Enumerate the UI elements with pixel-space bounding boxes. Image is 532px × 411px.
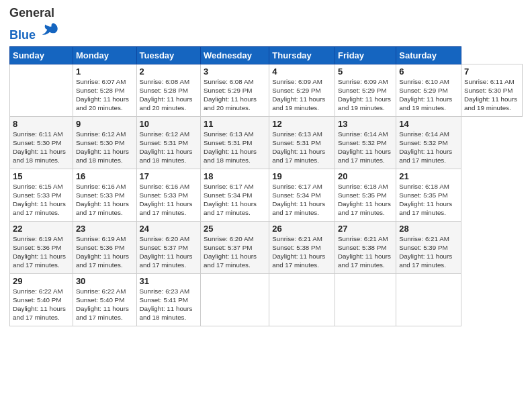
day-cell: 7Sunrise: 6:11 AMSunset: 5:30 PMDaylight… (461, 64, 523, 116)
day-info: Sunrise: 6:14 AMSunset: 5:32 PMDaylight:… (399, 130, 458, 165)
day-number: 28 (399, 224, 458, 234)
day-info: Sunrise: 6:22 AMSunset: 5:40 PMDaylight:… (13, 287, 70, 322)
day-cell: 27Sunrise: 6:21 AMSunset: 5:38 PMDayligh… (335, 221, 396, 273)
day-number: 9 (76, 119, 134, 129)
day-info: Sunrise: 6:21 AMSunset: 5:39 PMDaylight:… (399, 234, 458, 270)
day-cell: 16Sunrise: 6:16 AMSunset: 5:33 PMDayligh… (73, 169, 136, 221)
day-cell: 3Sunrise: 6:08 AMSunset: 5:29 PMDaylight… (201, 64, 269, 116)
day-info: Sunrise: 6:18 AMSunset: 5:35 PMDaylight:… (399, 182, 458, 218)
day-cell: 5Sunrise: 6:09 AMSunset: 5:29 PMDaylight… (335, 64, 396, 116)
day-info: Sunrise: 6:12 AMSunset: 5:31 PMDaylight:… (140, 130, 198, 165)
day-number: 11 (204, 119, 266, 129)
day-info: Sunrise: 6:17 AMSunset: 5:34 PMDaylight:… (204, 182, 266, 218)
col-header-monday: Monday (73, 46, 136, 64)
day-cell: 29Sunrise: 6:22 AMSunset: 5:40 PMDayligh… (10, 273, 73, 326)
calendar-table: SundayMondayTuesdayWednesdayThursdayFrid… (9, 46, 523, 326)
week-row-5: 29Sunrise: 6:22 AMSunset: 5:40 PMDayligh… (10, 273, 523, 326)
calendar-thead: SundayMondayTuesdayWednesdayThursdayFrid… (10, 46, 523, 64)
day-number: 18 (204, 171, 266, 181)
day-number: 17 (140, 171, 198, 181)
day-cell: 21Sunrise: 6:18 AMSunset: 5:35 PMDayligh… (396, 169, 461, 221)
day-number: 30 (76, 276, 134, 286)
day-info: Sunrise: 6:20 AMSunset: 5:37 PMDaylight:… (204, 234, 266, 270)
day-info: Sunrise: 6:09 AMSunset: 5:29 PMDaylight:… (272, 77, 332, 113)
day-info: Sunrise: 6:22 AMSunset: 5:40 PMDaylight:… (76, 287, 134, 322)
day-cell: 25Sunrise: 6:20 AMSunset: 5:37 PMDayligh… (201, 221, 269, 273)
day-info: Sunrise: 6:11 AMSunset: 5:30 PMDaylight:… (13, 130, 70, 165)
day-cell: 6Sunrise: 6:10 AMSunset: 5:29 PMDaylight… (396, 64, 461, 116)
day-info: Sunrise: 6:16 AMSunset: 5:33 PMDaylight:… (76, 182, 134, 218)
day-number: 29 (13, 276, 70, 286)
day-cell: 11Sunrise: 6:13 AMSunset: 5:31 PMDayligh… (201, 116, 269, 169)
day-number: 14 (399, 119, 458, 129)
day-info: Sunrise: 6:12 AMSunset: 5:30 PMDaylight:… (76, 130, 134, 165)
day-number: 2 (140, 66, 198, 77)
day-info: Sunrise: 6:23 AMSunset: 5:41 PMDaylight:… (140, 287, 198, 322)
day-cell: 9Sunrise: 6:12 AMSunset: 5:30 PMDaylight… (73, 116, 136, 169)
day-number: 15 (13, 171, 70, 181)
day-cell: 10Sunrise: 6:12 AMSunset: 5:31 PMDayligh… (136, 116, 201, 169)
day-number: 22 (13, 224, 70, 234)
col-header-thursday: Thursday (269, 46, 335, 64)
day-number: 8 (13, 119, 70, 129)
logo: General Blue (9, 7, 59, 42)
col-header-sunday: Sunday (10, 46, 73, 64)
day-number: 21 (399, 171, 458, 181)
day-number: 10 (140, 119, 198, 129)
day-cell: 13Sunrise: 6:14 AMSunset: 5:32 PMDayligh… (335, 116, 396, 169)
day-number: 6 (399, 66, 458, 77)
day-cell (396, 273, 461, 326)
day-cell (10, 64, 73, 116)
day-cell: 20Sunrise: 6:18 AMSunset: 5:35 PMDayligh… (335, 169, 396, 221)
logo-blue-text: Blue (9, 28, 36, 42)
col-header-friday: Friday (335, 46, 396, 64)
day-number: 1 (76, 66, 134, 77)
day-number: 12 (272, 119, 332, 129)
day-cell: 24Sunrise: 6:20 AMSunset: 5:37 PMDayligh… (136, 221, 201, 273)
day-cell: 26Sunrise: 6:21 AMSunset: 5:38 PMDayligh… (269, 221, 335, 273)
week-row-4: 22Sunrise: 6:19 AMSunset: 5:36 PMDayligh… (10, 221, 523, 273)
day-cell (335, 273, 396, 326)
day-info: Sunrise: 6:09 AMSunset: 5:29 PMDaylight:… (338, 77, 393, 113)
day-cell: 22Sunrise: 6:19 AMSunset: 5:36 PMDayligh… (10, 221, 73, 273)
day-cell (201, 273, 269, 326)
logo-bird-icon (40, 20, 59, 39)
day-cell: 18Sunrise: 6:17 AMSunset: 5:34 PMDayligh… (201, 169, 269, 221)
day-cell: 12Sunrise: 6:13 AMSunset: 5:31 PMDayligh… (269, 116, 335, 169)
logo-general-text: General (9, 6, 54, 19)
day-info: Sunrise: 6:07 AMSunset: 5:28 PMDaylight:… (76, 77, 134, 113)
day-cell: 1Sunrise: 6:07 AMSunset: 5:28 PMDaylight… (73, 64, 136, 116)
day-number: 26 (272, 224, 332, 234)
day-cell: 28Sunrise: 6:21 AMSunset: 5:39 PMDayligh… (396, 221, 461, 273)
day-cell: 23Sunrise: 6:19 AMSunset: 5:36 PMDayligh… (73, 221, 136, 273)
header-row-days: SundayMondayTuesdayWednesdayThursdayFrid… (10, 46, 523, 64)
col-header-saturday: Saturday (396, 46, 461, 64)
day-cell: 4Sunrise: 6:09 AMSunset: 5:29 PMDaylight… (269, 64, 335, 116)
day-info: Sunrise: 6:08 AMSunset: 5:29 PMDaylight:… (204, 77, 266, 113)
day-info: Sunrise: 6:19 AMSunset: 5:36 PMDaylight:… (13, 234, 70, 270)
day-info: Sunrise: 6:19 AMSunset: 5:36 PMDaylight:… (76, 234, 134, 270)
day-cell: 15Sunrise: 6:15 AMSunset: 5:33 PMDayligh… (10, 169, 73, 221)
day-number: 5 (338, 66, 393, 77)
day-number: 3 (204, 66, 266, 77)
day-number: 20 (338, 171, 393, 181)
day-number: 19 (272, 171, 332, 181)
day-number: 4 (272, 66, 332, 77)
day-info: Sunrise: 6:10 AMSunset: 5:29 PMDaylight:… (399, 77, 458, 113)
calendar-container: General Blue SundayMondayTuesdayWednesda… (0, 0, 532, 332)
day-info: Sunrise: 6:14 AMSunset: 5:32 PMDaylight:… (338, 130, 393, 165)
week-row-2: 8Sunrise: 6:11 AMSunset: 5:30 PMDaylight… (10, 116, 523, 169)
day-number: 16 (76, 171, 134, 181)
week-row-3: 15Sunrise: 6:15 AMSunset: 5:33 PMDayligh… (10, 169, 523, 221)
col-header-tuesday: Tuesday (136, 46, 201, 64)
day-info: Sunrise: 6:21 AMSunset: 5:38 PMDaylight:… (272, 234, 332, 270)
day-cell: 2Sunrise: 6:08 AMSunset: 5:28 PMDaylight… (136, 64, 201, 116)
day-info: Sunrise: 6:18 AMSunset: 5:35 PMDaylight:… (338, 182, 393, 218)
day-cell (269, 273, 335, 326)
day-info: Sunrise: 6:16 AMSunset: 5:33 PMDaylight:… (140, 182, 198, 218)
day-info: Sunrise: 6:13 AMSunset: 5:31 PMDaylight:… (204, 130, 266, 165)
day-cell: 14Sunrise: 6:14 AMSunset: 5:32 PMDayligh… (396, 116, 461, 169)
day-info: Sunrise: 6:17 AMSunset: 5:34 PMDaylight:… (272, 182, 332, 218)
day-cell: 19Sunrise: 6:17 AMSunset: 5:34 PMDayligh… (269, 169, 335, 221)
day-info: Sunrise: 6:15 AMSunset: 5:33 PMDaylight:… (13, 182, 70, 218)
